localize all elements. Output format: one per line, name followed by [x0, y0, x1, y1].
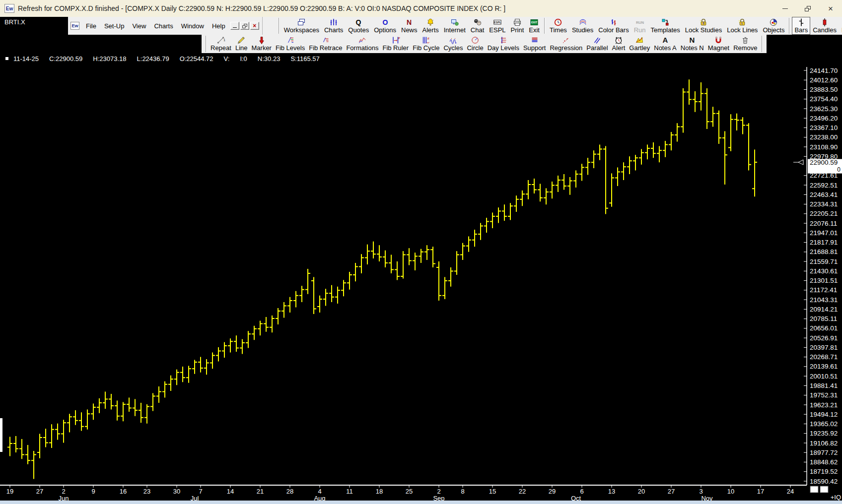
- toolbar-color-bars-button[interactable]: Color Bars: [596, 17, 631, 35]
- ohlc-bar: [371, 242, 376, 258]
- x-axis-day-label: 19: [6, 488, 13, 495]
- drawtool-fib-cycle-button[interactable]: FFib Cycle: [411, 35, 441, 53]
- ohlc-bar: [31, 451, 36, 479]
- toolbar-run-button[interactable]: RUNRun: [632, 17, 648, 35]
- y-axis-label: 20526.91: [810, 334, 838, 342]
- drawtool-magnet-button[interactable]: Magnet: [706, 35, 731, 53]
- drawtool-repeat-button[interactable]: 1Repeat: [209, 35, 233, 53]
- lock-studies-icon: S: [699, 17, 708, 27]
- drawtool-support-button[interactable]: Support: [521, 35, 548, 53]
- drawtool-cycles-button[interactable]: Cycles: [441, 35, 465, 53]
- menu-view[interactable]: View: [128, 21, 150, 31]
- y-axis-label: 19365.02: [810, 420, 838, 428]
- drawtool-gartley-button[interactable]: Gartley: [627, 35, 652, 53]
- x-axis-day-label: 2: [62, 488, 65, 495]
- scroll-box-left[interactable]: [810, 486, 818, 493]
- drawtool-fib-levels-button[interactable]: Fib Levels: [274, 35, 307, 53]
- y-axis-label: 21947.01: [810, 229, 838, 237]
- drawtool-day-levels-button[interactable]: Day Levels: [486, 35, 521, 53]
- toolbar-button-label: Fib Levels: [276, 45, 305, 52]
- minimize-button[interactable]: [773, 0, 796, 17]
- app-icon: Ew: [4, 4, 14, 13]
- y-axis-label: 21688.81: [810, 248, 838, 255]
- toolbar-separator: [544, 18, 545, 34]
- toolbar-print-button[interactable]: Print: [508, 17, 527, 35]
- ohlc-bar: [567, 177, 572, 195]
- drawtool-formations-button[interactable]: Formations: [344, 35, 380, 53]
- drawtool-fib-retrace-button[interactable]: Fib Retrace: [307, 35, 344, 53]
- minimize-icon: [233, 27, 237, 28]
- news-icon: N: [405, 17, 414, 27]
- toolbar-button-label: Options: [374, 27, 396, 34]
- toolbar-options-button[interactable]: OOptions: [371, 17, 399, 35]
- toolbar-studies-button[interactable]: Studies: [569, 17, 596, 35]
- x-axis-day-label: 27: [36, 488, 43, 495]
- ohlc-bar: [550, 182, 555, 198]
- toolbar-separator: [789, 18, 790, 34]
- ohlc-bar: [276, 308, 281, 324]
- drawtool-fib-ruler-button[interactable]: FFib Ruler: [380, 35, 411, 53]
- toolbar-candles-button[interactable]: Candles: [810, 17, 839, 35]
- toolbar-news-button[interactable]: NNews: [399, 17, 420, 35]
- status-line: 11-14-25C:22900.59H:23073.18L:22436.79O:…: [0, 53, 842, 64]
- drawtool-regression-button[interactable]: Regression: [548, 35, 584, 53]
- toolbar-internet-button[interactable]: Internet: [441, 17, 468, 35]
- drawtool-circle-button[interactable]: Circle: [465, 35, 485, 53]
- menu-set-up[interactable]: Set-Up: [100, 21, 128, 31]
- fib-ruler-icon: F: [391, 35, 400, 45]
- toolbar-workspaces-button[interactable]: Workspaces: [281, 17, 322, 35]
- ohlc-bar: [19, 439, 24, 459]
- scroll-box-right[interactable]: [820, 486, 828, 493]
- ohlc-bar: [716, 111, 721, 144]
- drawtool-alert-button[interactable]: Alert: [610, 35, 628, 53]
- mdi-close-button[interactable]: ×: [250, 22, 259, 30]
- drawtool-notes-n-button[interactable]: NNotes N: [679, 35, 706, 53]
- drawtool-notes-a-button[interactable]: ANotes A: [652, 35, 679, 53]
- menu-window[interactable]: Window: [177, 21, 208, 31]
- chat-icon: [473, 17, 482, 27]
- menu-help[interactable]: Help: [208, 21, 229, 31]
- toolbar-espl-button[interactable]: ESPLESPL: [487, 17, 508, 35]
- toolbar-templates-button[interactable]: Templates: [648, 17, 683, 35]
- ohlc-bar: [67, 414, 72, 432]
- drawtool-line-button[interactable]: Line: [233, 35, 250, 53]
- title-bar: Ew Refresh for COMPX.X.D finished - [COM…: [0, 0, 842, 17]
- toolbar-exit-button[interactable]: EXITExit: [526, 17, 542, 35]
- ohlc-bar: [264, 317, 269, 332]
- quote-panel[interactable]: BRTI.X: [0, 17, 68, 35]
- toolbar-lock-lines-button[interactable]: LLock Lines: [724, 17, 760, 35]
- chart-canvas[interactable]: 24141.7024012.6023883.5023754.4023625.30…: [0, 64, 842, 501]
- toolbar-lock-studies-button[interactable]: SLock Studies: [683, 17, 724, 35]
- toolbar-times-button[interactable]: Times: [547, 17, 569, 35]
- toolbar-charts-button[interactable]: Charts: [322, 17, 346, 35]
- toolbar-objects-button[interactable]: Objects: [760, 17, 787, 35]
- mdi-restore-button[interactable]: [240, 22, 249, 30]
- toolbar-alerts-button[interactable]: Alerts: [420, 17, 441, 35]
- ohlc-bar: [335, 287, 340, 304]
- toolbar-line-button[interactable]: Line: [839, 17, 842, 35]
- close-button[interactable]: ×: [819, 0, 842, 17]
- toolbar-button-label: Candles: [813, 27, 837, 34]
- menu-file[interactable]: File: [82, 21, 100, 31]
- quotes-icon: Q: [354, 17, 363, 27]
- ohlc-bar: [156, 386, 161, 403]
- toolbar-button-label: Magnet: [708, 45, 729, 52]
- toolbar-chat-button[interactable]: Chat: [468, 17, 487, 35]
- window-controls: ×: [773, 0, 842, 17]
- ohlc-bar: [728, 114, 733, 151]
- drawtool-remove-button[interactable]: Remove: [731, 35, 759, 53]
- repeat-icon: 1: [216, 35, 225, 45]
- drawtool-marker-button[interactable]: Marker: [250, 35, 274, 53]
- toolbar-quotes-button[interactable]: QQuotes: [346, 17, 371, 35]
- ohlc-bar: [401, 251, 406, 278]
- toolbar-bars-button[interactable]: Bars: [792, 17, 810, 35]
- x-axis-month-label: Sep: [433, 495, 444, 501]
- ohlc-bar: [43, 429, 48, 447]
- chart-area[interactable]: 24141.7024012.6023883.5023754.4023625.30…: [0, 64, 842, 501]
- mdi-minimize-button[interactable]: [230, 22, 239, 30]
- drawtool-parallel-button[interactable]: Parallel: [584, 35, 610, 53]
- restore-button[interactable]: [796, 0, 819, 17]
- menu-charts[interactable]: Charts: [150, 21, 177, 31]
- ohlc-bar: [287, 297, 292, 313]
- formations-icon: [358, 35, 367, 45]
